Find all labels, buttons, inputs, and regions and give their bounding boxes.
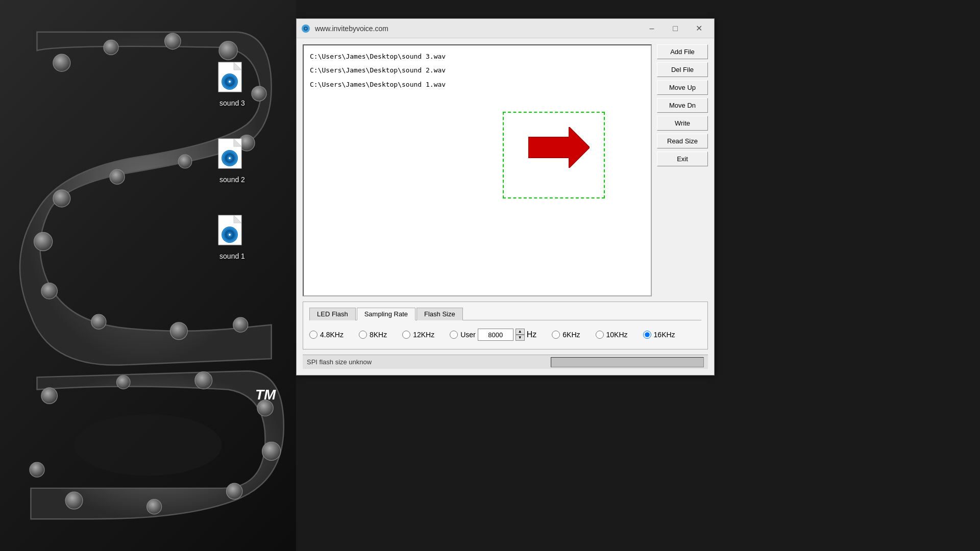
svg-point-15: [116, 375, 130, 389]
desktop-icons: sound 3 sound 2: [214, 61, 250, 260]
hz-label: Hz: [527, 330, 537, 339]
status-bar: SPI flash size unknow: [303, 355, 708, 369]
minimize-button[interactable]: –: [641, 20, 663, 37]
read-size-button[interactable]: Read Size: [657, 134, 708, 148]
radio-6khz[interactable]: 6KHz: [552, 329, 580, 341]
radio-8khz[interactable]: 8KHz: [359, 329, 387, 341]
sound3-icon-img: [214, 61, 250, 97]
svg-point-19: [226, 483, 242, 499]
desktop-icon-sound1[interactable]: sound 1: [214, 214, 250, 260]
tab-flash-size[interactable]: Flash Size: [416, 308, 463, 320]
radio-user-input[interactable]: [450, 331, 458, 339]
svg-point-18: [262, 442, 281, 460]
add-file-button[interactable]: Add File: [657, 44, 708, 59]
radio-10khz-input[interactable]: [596, 331, 604, 339]
svg-point-6: [178, 155, 192, 168]
button-panel: Add File Del File Move Up Move Dn Write …: [657, 44, 708, 296]
svg-point-13: [233, 317, 248, 332]
sound1-icon-label: sound 1: [219, 252, 245, 260]
sampling-rate-options: 4.8KHz 8KHz 12KHz User: [309, 325, 701, 344]
svg-point-47: [305, 28, 307, 30]
status-progress-bar: [551, 357, 704, 367]
svg-point-29: [229, 81, 231, 83]
svg-point-16: [195, 372, 212, 389]
svg-point-20: [147, 499, 162, 514]
svg-point-4: [252, 86, 266, 101]
tm-text: TM: [255, 387, 276, 403]
svg-point-1: [104, 40, 118, 55]
radio-12khz-input[interactable]: [402, 331, 410, 339]
maximize-button[interactable]: □: [664, 20, 687, 37]
svg-point-12: [170, 322, 188, 340]
radio-12khz-label: 12KHz: [413, 331, 434, 339]
red-arrow: [528, 127, 590, 168]
svg-point-43: [229, 234, 231, 236]
del-file-button[interactable]: Del File: [657, 62, 708, 77]
hz-spin-up[interactable]: ▲: [516, 329, 525, 335]
file-list[interactable]: C:\Users\James\Desktop\sound 3.wavC:\Use…: [303, 44, 652, 296]
radio-48khz[interactable]: 4.8KHz: [309, 329, 344, 341]
selection-rect: [503, 112, 605, 198]
app-window: www.invitebyvoice.com – □ ✕ C:\Users\Jam…: [296, 18, 715, 375]
window-controls: – □ ✕: [641, 20, 710, 37]
tab-sampling-rate[interactable]: Sampling Rate: [357, 308, 415, 320]
user-hz-input[interactable]: [478, 329, 513, 341]
svg-point-36: [229, 157, 231, 159]
sound3-icon-label: sound 3: [219, 99, 245, 107]
radio-10khz-label: 10KHz: [606, 331, 628, 339]
svg-point-8: [53, 190, 70, 207]
status-text: SPI flash size unknow: [307, 358, 546, 366]
svg-point-7: [110, 169, 125, 184]
radio-48khz-label: 4.8KHz: [320, 331, 344, 339]
user-hz-group: User ▲ ▼ Hz: [450, 329, 536, 341]
title-bar: www.invitebyvoice.com – □ ✕: [297, 19, 714, 38]
radio-48khz-input[interactable]: [309, 331, 317, 339]
radio-user-label: User: [460, 331, 476, 339]
right-background: [715, 0, 980, 551]
radio-6khz-label: 6KHz: [562, 331, 580, 339]
sound2-icon-img: [214, 138, 250, 173]
desktop-icon-sound2[interactable]: sound 2: [214, 138, 250, 184]
radio-user[interactable]: User: [450, 331, 476, 339]
window-content: C:\Users\James\Desktop\sound 3.wavC:\Use…: [297, 38, 714, 375]
svg-point-23: [74, 414, 222, 476]
window-title: www.invitebyvoice.com: [315, 24, 641, 33]
close-button[interactable]: ✕: [688, 20, 710, 37]
exit-button[interactable]: Exit: [657, 152, 708, 166]
sound1-icon-img: [214, 214, 250, 250]
svg-point-14: [41, 388, 57, 404]
radio-16khz-label: 16KHz: [654, 331, 675, 339]
radio-8khz-label: 8KHz: [370, 331, 387, 339]
radio-16khz-input[interactable]: [643, 331, 651, 339]
file-list-item-0: C:\Users\James\Desktop\sound 1.wav: [308, 78, 647, 91]
write-button[interactable]: Write: [657, 116, 708, 131]
radio-16khz[interactable]: 16KHz: [643, 329, 675, 341]
svg-point-10: [41, 283, 57, 299]
svg-point-22: [30, 462, 44, 477]
svg-point-11: [91, 314, 106, 329]
svg-marker-48: [528, 127, 590, 168]
svg-point-3: [219, 41, 237, 60]
svg-point-21: [65, 492, 83, 509]
desktop-icon-sound3[interactable]: sound 3: [214, 61, 250, 107]
radio-8khz-input[interactable]: [359, 331, 367, 339]
tab-led-flash[interactable]: LED Flash: [309, 308, 356, 320]
sound2-icon-label: sound 2: [219, 176, 245, 184]
desktop-background: [0, 0, 296, 551]
file-list-item-1: C:\Users\James\Desktop\sound 2.wav: [308, 63, 647, 77]
radio-10khz[interactable]: 10KHz: [596, 329, 628, 341]
radio-6khz-input[interactable]: [552, 331, 560, 339]
hz-spinner: ▲ ▼: [516, 329, 525, 341]
svg-point-2: [165, 33, 181, 49]
file-list-area: C:\Users\James\Desktop\sound 3.wavC:\Use…: [303, 44, 708, 296]
svg-point-9: [34, 232, 52, 251]
file-list-item-2: C:\Users\James\Desktop\sound 3.wav: [308, 49, 647, 63]
app-icon: [301, 23, 311, 34]
hz-spin-down[interactable]: ▼: [516, 335, 525, 341]
s-logo: [0, 0, 296, 551]
move-up-button[interactable]: Move Up: [657, 80, 708, 95]
svg-point-0: [53, 54, 70, 71]
move-dn-button[interactable]: Move Dn: [657, 98, 708, 113]
radio-12khz[interactable]: 12KHz: [402, 329, 434, 341]
tabs-area: LED Flash Sampling Rate Flash Size 4.8KH…: [303, 302, 708, 349]
